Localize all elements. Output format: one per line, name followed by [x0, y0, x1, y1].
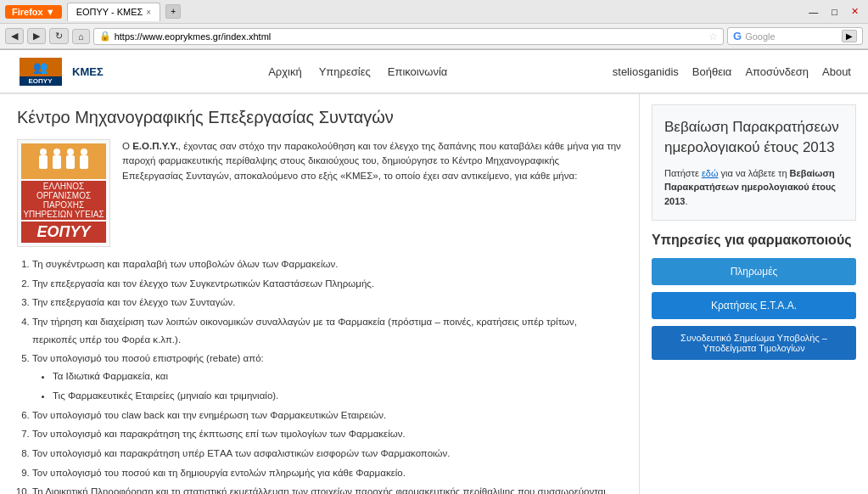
list-item: Τη συγκέντρωση και παραλαβή των υποβολών…: [32, 255, 622, 273]
main-content: Κέντρο Μηχανογραφικής Επεξεργασίας Συντα…: [0, 94, 639, 494]
eopyy-description: Ο Ε.Ο.Π.Υ.Υ., έχοντας σαν στόχο την παρα…: [122, 139, 622, 247]
user-nav: steliosganidis Βοήθεια Αποσύνδεση About: [613, 65, 851, 78]
nav-contact[interactable]: Επικοινωνία: [388, 65, 448, 78]
lock-icon: 🔒: [99, 31, 111, 42]
window-restore[interactable]: □: [827, 5, 842, 19]
browser-chrome: Firefox ▼ ΕΟΠΥΥ - ΚΜΕΣ × + — □ ✕ ◀ ▶ ↻ ⌂…: [0, 0, 868, 50]
page-header: 👥 ΕΟΠΥΥ ΚΜΕΣ Αρχική Υπηρεσίες Επικοινωνί…: [0, 50, 868, 94]
verify-box: Βεβαίωση Παρακρατήσεων ημερολογιακού έτο…: [652, 104, 856, 221]
list-item: Την επεξεργασία και τον έλεγχο των Συγκε…: [32, 275, 622, 293]
address-bar[interactable]: 🔒 https://www.eoprykmes.gr/index.xhtml ☆: [93, 28, 724, 45]
browser-titlebar: Firefox ▼ ΕΟΠΥΥ - ΚΜΕΣ × + — □ ✕: [0, 0, 868, 24]
list-item: Τη Διοικητική Πληροφόρηση και τη στατιστ…: [32, 483, 622, 494]
document-button[interactable]: Συνοδευτικό Σημείωμα Υποβολής – Υποδείγμ…: [652, 326, 856, 360]
list-item: Τον υπολογισμό και παρακράτηση της έκπτω…: [32, 425, 622, 443]
verify-desc: Πατήστε εδώ για να λάβετε τη Βεβαίωση Πα…: [664, 166, 843, 209]
page-title: Κέντρο Μηχανογραφικής Επεξεργασίας Συντα…: [17, 108, 622, 127]
list-item: Τον υπολογισμό του claw back και την ενη…: [32, 407, 622, 424]
google-icon: G: [733, 30, 742, 42]
list-item: Τον υπολογισμό και παρακράτηση υπέρ ΕΤAA…: [32, 445, 622, 463]
logout-link[interactable]: Αποσύνδεση: [745, 65, 809, 78]
list-item: Τον υπολογισμό του ποσού επιστροφής (reb…: [32, 350, 622, 404]
sub-list-item: Τις Φαρμακευτικές Εταιρείες (μηνιαίο και…: [53, 387, 622, 405]
username: steliosganidis: [613, 65, 679, 78]
eopyy-abbr: ΕΟΠΥΥ: [21, 222, 106, 243]
new-tab-button[interactable]: +: [165, 4, 181, 19]
url-text: https://www.eoprykmes.gr/index.xhtml: [115, 31, 705, 42]
search-placeholder: Google: [745, 31, 838, 42]
eopyy-org-label: ΕΛΛΗΝΟΣ ΟΡΓΑΝΙΣΜΟΣ ΠΑΡΟΧΗΣ ΥΠΗΡΕΣΙΩΝ ΥΓΕ…: [21, 181, 106, 220]
refresh-button[interactable]: ↻: [49, 28, 69, 44]
kmес-logo-text: ΚΜΕΣ: [72, 65, 104, 78]
sub-list-item: Τα Ιδιωτικά Φαρμακεία, και: [53, 368, 622, 385]
home-button[interactable]: ⌂: [72, 29, 90, 44]
payments-button[interactable]: Πληρωμές: [652, 258, 856, 285]
verify-link[interactable]: εδώ: [702, 168, 719, 178]
tab-close-icon[interactable]: ×: [146, 8, 151, 17]
services-box: Υπηρεσίες για φαρμακοποιούς Πληρωμές Κρα…: [652, 233, 856, 367]
etaa-button[interactable]: Κρατήσεις Ε.Τ.Α.Α.: [652, 292, 856, 319]
about-link[interactable]: About: [822, 65, 851, 78]
list-item: Τον υπολογισμό του ποσού και τη δημιουργ…: [32, 464, 622, 482]
page-body: Κέντρο Μηχανογραφικής Επεξεργασίας Συντα…: [0, 94, 868, 494]
forward-button[interactable]: ▶: [27, 28, 46, 44]
list-item: Την τήρηση και διαχείριση των λοιπών οικ…: [32, 313, 622, 348]
main-nav: Αρχική Υπηρεσίες Επικοινωνία: [268, 65, 447, 78]
list-item: Την επεξεργασία και τον έλεγχο των Συντα…: [32, 294, 622, 312]
eopyy-logo: 👥 ΕΟΠΥΥ: [17, 58, 64, 86]
eopyy-logo-box: ΕΛΛΗΝΟΣ ΟΡΓΑΝΙΣΜΟΣ ΠΑΡΟΧΗΣ ΥΠΗΡΕΣΙΩΝ ΥΓΕ…: [17, 139, 110, 247]
window-minimize[interactable]: —: [804, 5, 822, 19]
help-link[interactable]: Βοήθεια: [692, 65, 732, 78]
browser-toolbar: ◀ ▶ ↻ ⌂ 🔒 https://www.eoprykmes.gr/index…: [0, 24, 868, 49]
tab-title: ΕΟΠΥΥ - ΚΜΕΣ: [76, 7, 143, 17]
eopyy-intro-section: ΕΛΛΗΝΟΣ ΟΡΓΑΝΙΣΜΟΣ ΠΑΡΟΧΗΣ ΥΠΗΡΕΣΙΩΝ ΥΓΕ…: [17, 139, 622, 247]
window-close[interactable]: ✕: [847, 4, 863, 19]
sub-list: Τα Ιδιωτικά Φαρμακεία, και Τις Φαρμακευτ…: [32, 368, 622, 404]
services-title: Υπηρεσίες για φαρμακοποιούς: [652, 233, 856, 248]
star-icon[interactable]: ☆: [708, 31, 718, 42]
services-list: Τη συγκέντρωση και παραλαβή των υποβολών…: [17, 255, 622, 494]
nav-home[interactable]: Αρχική: [268, 65, 302, 78]
search-go-button[interactable]: ▶: [842, 30, 857, 42]
search-bar[interactable]: G Google ▶: [727, 27, 863, 45]
nav-services[interactable]: Υπηρεσίες: [319, 65, 371, 78]
back-button[interactable]: ◀: [5, 28, 24, 44]
firefox-menu[interactable]: Firefox ▼: [5, 5, 62, 19]
logo-area: 👥 ΕΟΠΥΥ ΚΜΕΣ: [17, 58, 104, 86]
verify-title: Βεβαίωση Παρακρατήσεων ημερολογιακού έτο…: [664, 117, 843, 158]
right-sidebar: Βεβαίωση Παρακρατήσεων ημερολογιακού έτο…: [639, 94, 868, 494]
browser-tab[interactable]: ΕΟΠΥΥ - ΚΜΕΣ ×: [67, 3, 161, 21]
